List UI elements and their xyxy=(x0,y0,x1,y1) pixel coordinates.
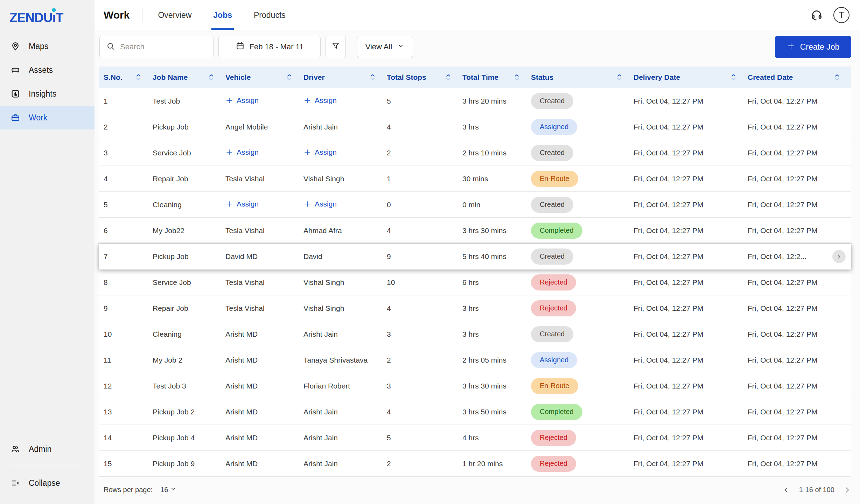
cell-driver: Arisht Jain xyxy=(303,330,387,338)
cell-job-name: Service Job xyxy=(153,278,225,287)
column-header-created-date[interactable]: Created Date xyxy=(748,73,851,82)
sidebar: ZENDUıT MapsAssetsInsightsWork Admin Col… xyxy=(0,0,95,504)
date-range-button[interactable]: Feb 18 - Mar 11 xyxy=(218,36,321,58)
avatar[interactable]: T xyxy=(833,7,849,23)
cell-vehicle: Angel Mobile xyxy=(225,123,303,131)
tab-overview[interactable]: Overview xyxy=(158,0,191,30)
cell-driver: Assign xyxy=(303,148,387,158)
cell-status: En-Route xyxy=(531,171,634,187)
table-row[interactable]: 7Pickup JobDavid MDDavid95 hrs 40 minsCr… xyxy=(99,244,851,270)
sidebar-item-maps[interactable]: Maps xyxy=(0,34,95,58)
view-all-dropdown[interactable]: View All xyxy=(357,36,413,58)
support-headset-button[interactable] xyxy=(810,9,823,21)
cell-vehicle: Assign xyxy=(225,200,303,210)
cell-total-stops: 2 xyxy=(387,356,462,364)
table-row[interactable]: 3Service JobAssignAssign22 hrs 10 minsCr… xyxy=(99,140,851,166)
table-row[interactable]: 14Pickup Job 4Arisht MDArisht Jain54 hrs… xyxy=(99,425,851,451)
sort-icon xyxy=(511,73,517,82)
table-row[interactable]: 9Repair JobTesla VishalVishal Singh43 hr… xyxy=(99,295,851,321)
column-header-delivery-date[interactable]: Delivery Date xyxy=(634,73,748,82)
page-navigation: 1-16 of 100 xyxy=(782,486,851,494)
plus-icon xyxy=(225,97,233,104)
map-pin-icon xyxy=(11,41,20,51)
cell-total-stops: 4 xyxy=(387,123,462,131)
cell-serial-number: 11 xyxy=(104,356,153,364)
column-header-vehicle[interactable]: Vehicle xyxy=(225,73,303,82)
table-row[interactable]: 2Pickup JobAngel MobileArisht Jain43 hrs… xyxy=(99,114,851,140)
search-input[interactable] xyxy=(120,42,207,51)
sort-icon xyxy=(728,73,734,82)
tab-products[interactable]: Products xyxy=(254,0,286,30)
cell-created-date: Fri, Oct 04, 12:27 PM xyxy=(748,408,851,416)
column-header-status[interactable]: Status xyxy=(531,73,634,82)
cell-total-stops: 4 xyxy=(387,408,462,416)
cell-total-time: 6 hrs xyxy=(462,278,531,287)
chevron-down-icon xyxy=(170,486,176,494)
column-header-job-name[interactable]: Job Name xyxy=(153,73,225,82)
row-expand-button[interactable] xyxy=(832,250,846,263)
sidebar-nav: MapsAssetsInsightsWork xyxy=(0,34,95,130)
table-row[interactable]: 15Pickup Job 9Arisht MDArisht Jain21 hr … xyxy=(99,451,851,477)
column-header-label: Status xyxy=(531,73,553,82)
column-header-label: Vehicle xyxy=(225,73,251,82)
assign-vehicle-button[interactable]: Assign xyxy=(225,96,259,105)
previous-page-button[interactable] xyxy=(782,486,790,494)
tab-jobs[interactable]: Jobs xyxy=(213,0,232,30)
cell-created-date: Fri, Oct 04, 12:27 PM xyxy=(748,149,851,157)
plus-icon xyxy=(303,97,311,104)
rows-per-page-select[interactable]: 16 xyxy=(160,486,176,494)
cell-vehicle: Arisht MD xyxy=(225,460,303,468)
cell-created-date: Fri, Oct 04, 12:27 PM xyxy=(748,460,851,468)
table-row[interactable]: 4Repair JobTesla VishalVishal Singh130 m… xyxy=(99,166,851,192)
table-row[interactable]: 5CleaningAssignAssign00 minCreatedFri, O… xyxy=(99,192,851,218)
cell-vehicle: Arisht MD xyxy=(225,408,303,416)
cell-job-name: Repair Job xyxy=(153,175,225,183)
sidebar-item-admin[interactable]: Admin xyxy=(0,437,95,461)
sidebar-item-assets[interactable]: Assets xyxy=(0,58,95,82)
create-job-button[interactable]: Create Job xyxy=(775,36,851,58)
cell-driver: Assign xyxy=(303,96,387,106)
cell-job-name: Pickup Job xyxy=(153,123,225,131)
sidebar-collapse-button[interactable]: Collapse xyxy=(0,471,95,495)
table-row[interactable]: 1Test JobAssignAssign53 hrs 20 minsCreat… xyxy=(99,88,851,114)
column-header-total-stops[interactable]: Total Stops xyxy=(387,73,462,82)
cell-vehicle: Arisht MD xyxy=(225,356,303,364)
cell-total-stops: 2 xyxy=(387,149,462,157)
filter-button[interactable] xyxy=(326,36,346,58)
assign-driver-button[interactable]: Assign xyxy=(303,200,337,208)
next-page-button[interactable] xyxy=(844,486,851,494)
status-badge: Assigned xyxy=(531,119,577,135)
assign-driver-button[interactable]: Assign xyxy=(303,148,337,156)
cell-vehicle: Tesla Vishal xyxy=(225,175,303,183)
cell-total-time: 4 hrs xyxy=(462,434,531,442)
column-header-total-time[interactable]: Total Time xyxy=(462,73,531,82)
table-row[interactable]: 8Service JobTesla VishalVishal Singh106 … xyxy=(99,270,851,295)
search-icon xyxy=(106,42,115,51)
assign-driver-button[interactable]: Assign xyxy=(303,96,337,105)
view-all-label: View All xyxy=(365,42,392,51)
sidebar-bottom: Admin Collapse xyxy=(0,437,95,504)
table-row[interactable]: 10CleaningArisht MDArisht Jain33 hrsCrea… xyxy=(99,321,851,347)
cell-delivery-date: Fri, Oct 04, 12:27 PM xyxy=(634,382,748,390)
table-row[interactable]: 13Pickup Job 2Arisht MDArisht Jain43 hrs… xyxy=(99,399,851,425)
cell-status: Rejected xyxy=(531,456,634,472)
table-row[interactable]: 12Test Job 3Arisht MDFlorian Robert33 hr… xyxy=(99,373,851,399)
status-badge: Rejected xyxy=(531,300,576,316)
logo-dot xyxy=(52,8,56,12)
cell-serial-number: 12 xyxy=(104,382,153,390)
assign-vehicle-button[interactable]: Assign xyxy=(225,200,259,208)
column-header-s-no-[interactable]: S.No. xyxy=(104,73,153,82)
column-header-driver[interactable]: Driver xyxy=(303,73,387,82)
cell-total-stops: 1 xyxy=(387,175,462,183)
table-row[interactable]: 11My Job 2Arisht MDTanaya Shrivastava22 … xyxy=(99,347,851,373)
cell-job-name: Repair Job xyxy=(153,304,225,313)
sidebar-item-insights[interactable]: Insights xyxy=(0,82,95,106)
collapse-icon xyxy=(11,478,20,488)
assign-vehicle-button[interactable]: Assign xyxy=(225,148,259,156)
assign-label: Assign xyxy=(315,200,337,208)
sidebar-item-work[interactable]: Work xyxy=(0,106,95,130)
cell-total-time: 3 hrs xyxy=(462,123,531,131)
table-row[interactable]: 6My Job22Tesla VishalAhmad Afra43 hrs 30… xyxy=(99,218,851,244)
create-job-label: Create Job xyxy=(800,42,840,52)
cell-driver: Ahmad Afra xyxy=(303,226,387,235)
